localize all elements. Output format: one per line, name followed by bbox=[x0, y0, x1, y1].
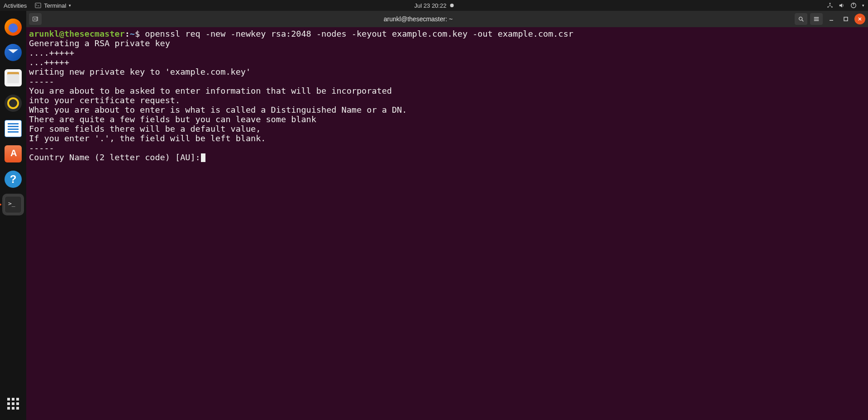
network-icon bbox=[827, 2, 833, 9]
search-icon bbox=[798, 16, 804, 22]
terminal-output-line: writing new private key to 'example.com.… bbox=[29, 67, 865, 76]
hamburger-icon bbox=[813, 16, 820, 22]
dock-item-rhythmbox[interactable] bbox=[2, 92, 24, 114]
app-menu[interactable]: Terminal ▾ bbox=[35, 2, 71, 9]
ubuntu-software-icon bbox=[5, 145, 22, 162]
svg-rect-7 bbox=[844, 17, 848, 21]
search-button[interactable] bbox=[795, 13, 807, 25]
minimize-button[interactable] bbox=[825, 14, 837, 24]
terminal-window: arunkl@thesecmaster: ~ arunkl@thesecmast… bbox=[26, 11, 868, 420]
terminal-output-line: ...+++++ bbox=[29, 57, 865, 67]
terminal-output-line: There are quite a few fields but you can… bbox=[29, 115, 865, 124]
terminal-output-line: For some fields there will be a default … bbox=[29, 124, 865, 134]
activities-button[interactable]: Activities bbox=[4, 2, 27, 9]
dock-item-files[interactable] bbox=[2, 67, 24, 89]
clock-label: Jul 23 20:22 bbox=[415, 2, 447, 9]
new-tab-button[interactable] bbox=[29, 13, 42, 25]
terminal-cursor bbox=[201, 153, 205, 162]
close-icon bbox=[857, 16, 863, 22]
maximize-icon bbox=[843, 16, 849, 22]
window-titlebar: arunkl@thesecmaster: ~ bbox=[26, 11, 868, 27]
minimize-icon bbox=[829, 16, 834, 22]
dock-item-libreoffice-writer[interactable] bbox=[2, 118, 24, 139]
volume-icon bbox=[839, 2, 845, 9]
app-menu-label: Terminal bbox=[44, 2, 66, 9]
clock[interactable]: Jul 23 20:22 bbox=[415, 2, 454, 9]
terminal-icon bbox=[5, 196, 22, 213]
close-button[interactable] bbox=[854, 14, 865, 24]
dock-item-thunderbird[interactable] bbox=[2, 42, 24, 63]
maximize-button[interactable] bbox=[840, 14, 852, 24]
prompt-user: arunkl@thesecmaster bbox=[29, 29, 125, 38]
dock-item-firefox[interactable] bbox=[2, 16, 24, 38]
prompt-path: ~ bbox=[130, 29, 135, 38]
chevron-down-icon: ▾ bbox=[69, 3, 71, 8]
terminal-command: openssl req -new -newkey rsa:2048 -nodes… bbox=[145, 29, 573, 38]
thunderbird-icon bbox=[5, 44, 22, 61]
terminal-prompt-line: arunkl@thesecmaster:~$ openssl req -new … bbox=[29, 29, 865, 38]
window-title: arunkl@thesecmaster: ~ bbox=[44, 15, 792, 23]
prompt-separator: : bbox=[125, 29, 130, 38]
svg-rect-0 bbox=[35, 3, 41, 8]
libreoffice-writer-icon bbox=[5, 120, 22, 137]
terminal-output-line: What you are about to enter is what is c… bbox=[29, 105, 865, 115]
gnome-top-panel: Activities Terminal ▾ Jul 23 20:22 ▾ bbox=[0, 0, 868, 11]
prompt-dollar: $ bbox=[135, 29, 145, 38]
terminal-body[interactable]: arunkl@thesecmaster:~$ openssl req -new … bbox=[26, 27, 868, 420]
help-icon: ? bbox=[5, 171, 22, 188]
terminal-output-line: You are about to be asked to enter infor… bbox=[29, 86, 865, 95]
terminal-output-line: into your certificate request. bbox=[29, 95, 865, 105]
terminal-output-line: Country Name (2 letter code) [AU]: bbox=[29, 153, 865, 162]
terminal-output-line: Generating a RSA private key bbox=[29, 38, 865, 48]
files-icon bbox=[5, 69, 22, 86]
recording-indicator-icon bbox=[450, 4, 453, 7]
chevron-down-icon: ▾ bbox=[862, 3, 864, 8]
power-icon bbox=[850, 2, 857, 9]
dock-item-help[interactable]: ? bbox=[2, 168, 24, 190]
show-applications-button[interactable] bbox=[2, 393, 24, 415]
system-status-area[interactable]: ▾ bbox=[827, 2, 864, 9]
terminal-icon bbox=[35, 2, 41, 9]
terminal-output-line: ....+++++ bbox=[29, 48, 865, 57]
svg-point-6 bbox=[799, 17, 802, 20]
terminal-output-line: If you enter '.', the field will be left… bbox=[29, 134, 865, 143]
rhythmbox-icon bbox=[5, 95, 22, 112]
new-tab-icon bbox=[32, 16, 38, 22]
terminal-output-line: ----- bbox=[29, 143, 865, 153]
firefox-icon bbox=[5, 19, 22, 36]
hamburger-menu-button[interactable] bbox=[810, 13, 823, 25]
dock: ? bbox=[0, 11, 26, 420]
dock-item-ubuntu-software[interactable] bbox=[2, 143, 24, 165]
terminal-output-line: ----- bbox=[29, 76, 865, 86]
dock-item-terminal[interactable] bbox=[2, 194, 24, 215]
